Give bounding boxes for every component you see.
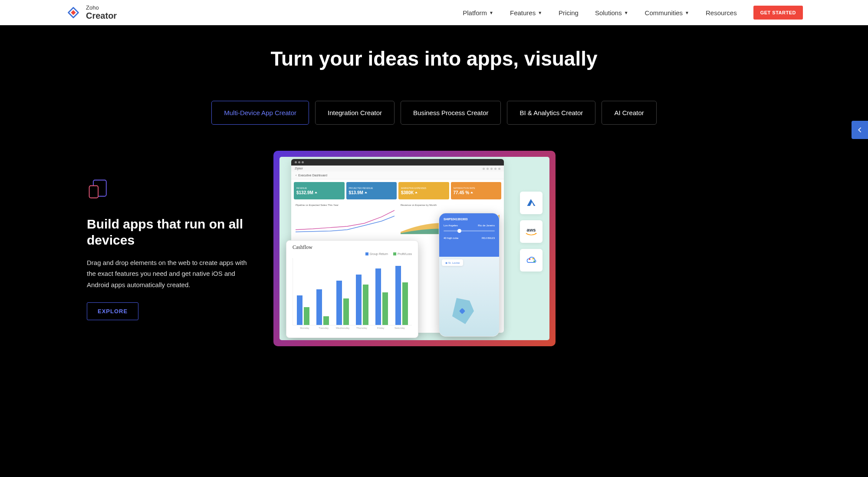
bar	[395, 266, 401, 325]
chevron-down-icon: ▼	[685, 10, 689, 15]
window-control-icon	[295, 161, 297, 163]
bar	[336, 281, 342, 325]
metrics-row: REVENUE$132.9M PROJECTED REVENUE$13.9M M…	[291, 179, 504, 202]
app-header: Zlyker	[291, 166, 504, 172]
logo-text: Zoho Creator	[86, 5, 117, 20]
bar	[402, 282, 408, 325]
tab-bi-analytics[interactable]: BI & Analytics Creator	[507, 101, 595, 125]
chart-legend: Group Return Profit/Loss	[293, 252, 412, 255]
mockup-frame: Zlyker ‹ Executive Dashboard REVENUE$132…	[273, 151, 556, 346]
svg-rect-1	[89, 186, 99, 198]
map-location-card: ◉ St. Louise	[442, 259, 463, 266]
nav-solutions[interactable]: Solutions▼	[595, 9, 628, 17]
feature-tabs: Multi-Device App Creator Integration Cre…	[0, 101, 868, 125]
svg-point-2	[529, 258, 530, 260]
tablet-mockup: Cashflow Group Return Profit/Loss Monday…	[286, 240, 418, 338]
bar	[375, 268, 381, 325]
nav-pricing[interactable]: Pricing	[559, 9, 579, 17]
feature-description: Drag and drop elements on the web to cre…	[87, 257, 256, 291]
logo-line1: Zoho	[86, 5, 117, 11]
azure-icon	[520, 192, 542, 214]
bar	[363, 285, 368, 325]
trend-up-icon	[470, 192, 473, 193]
tab-business-process[interactable]: Business Process Creator	[401, 101, 501, 125]
bar-group	[296, 295, 311, 325]
bar	[323, 316, 329, 325]
feature-text-column: Build apps that run on all devices Drag …	[87, 177, 256, 321]
bar-group	[394, 266, 409, 325]
trend-up-icon	[315, 192, 317, 193]
hero-section: Turn your ideas into apps, visually Mult…	[0, 25, 868, 372]
chevron-down-icon: ▼	[489, 10, 493, 15]
dashboard-tab-bar: ‹ Executive Dashboard	[291, 172, 504, 179]
bar-chart-labels: MondayTuesdayWednesdayThursdayFridaySatu…	[293, 325, 412, 329]
tab-integration[interactable]: Integration Creator	[315, 101, 395, 125]
main-header: Zoho Creator Platform▼ Features▼ Pricing…	[0, 0, 868, 25]
cashflow-bar-chart	[293, 258, 412, 325]
logo-line2: Creator	[86, 11, 117, 20]
bar-group	[335, 281, 350, 325]
logo-icon	[65, 4, 82, 21]
phone-header: SHIP3241391903 Los AngelesRio de Janeiro…	[439, 213, 499, 257]
nav-resources[interactable]: Resources	[706, 9, 737, 17]
bar	[316, 289, 322, 325]
side-drawer-toggle[interactable]	[852, 121, 868, 139]
mockup-column: Zlyker ‹ Executive Dashboard REVENUE$132…	[273, 151, 781, 346]
metric-expenses: MARKETING EXPENSES$380K	[398, 182, 449, 199]
get-started-button[interactable]: GET STARTED	[753, 6, 803, 20]
chevron-left-icon	[857, 127, 863, 133]
chevron-down-icon: ▼	[624, 10, 628, 15]
browser-title-bar	[291, 159, 504, 166]
chart-pipeline: Pipeline vs Expected Sales This Year	[294, 202, 396, 237]
bar	[382, 292, 388, 325]
mockup-background: Zlyker ‹ Executive Dashboard REVENUE$132…	[279, 157, 549, 340]
cloud-provider-icons: aws	[520, 192, 542, 272]
window-control-icon	[298, 161, 300, 163]
bar	[297, 295, 302, 325]
metric-revenue: REVENUE$132.9M	[294, 182, 345, 199]
nav-platform[interactable]: Platform▼	[463, 9, 493, 17]
aws-icon: aws	[520, 220, 542, 243]
bar	[304, 307, 309, 325]
svg-point-4	[533, 261, 535, 262]
nav-communities[interactable]: Communities▼	[645, 9, 689, 17]
metric-satisfaction: SATISFACTION RATE77.45 %	[451, 182, 502, 199]
bar-group	[355, 275, 370, 325]
devices-icon	[87, 177, 256, 203]
metric-projected: PROJECTED REVENUE$13.9M	[346, 182, 397, 199]
main-nav: Platform▼ Features▼ Pricing Solutions▼ C…	[463, 6, 803, 20]
bar	[343, 298, 349, 325]
tablet-chart-title: Cashflow	[293, 244, 412, 251]
phone-mockup: SHIP3241391903 Los AngelesRio de Janeiro…	[439, 213, 500, 337]
gcp-icon	[520, 249, 542, 272]
progress-bar	[444, 230, 495, 232]
window-control-icon	[302, 161, 304, 163]
explore-button[interactable]: EXPLORE	[87, 302, 138, 320]
chevron-down-icon: ▼	[538, 10, 542, 15]
trend-up-icon	[365, 192, 367, 193]
feature-title: Build apps that run on all devices	[87, 216, 256, 248]
trend-up-icon	[415, 192, 418, 193]
logo[interactable]: Zoho Creator	[65, 4, 117, 21]
bar-group	[374, 268, 389, 325]
bar-group	[315, 289, 330, 325]
bar	[356, 275, 362, 325]
hero-title: Turn your ideas into apps, visually	[0, 47, 868, 70]
tab-ai-creator[interactable]: AI Creator	[602, 101, 656, 125]
phone-map: ◉ St. Louise	[439, 257, 499, 337]
svg-point-3	[533, 258, 534, 259]
tab-multi-device[interactable]: Multi-Device App Creator	[211, 101, 309, 125]
nav-features[interactable]: Features▼	[510, 9, 542, 17]
